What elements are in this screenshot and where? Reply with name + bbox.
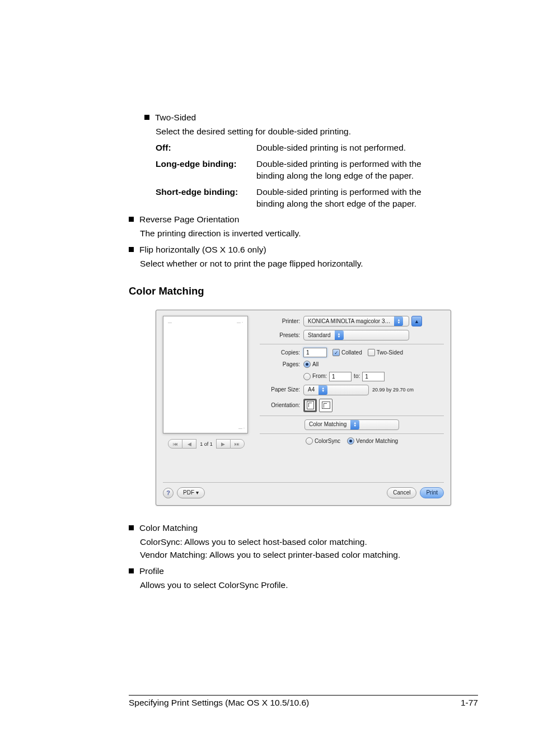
- bullet-desc: The printing direction is inverted verti…: [140, 228, 478, 240]
- orientation-label: Orientation:: [260, 402, 300, 409]
- footer-title: Specifying Print Settings (Mac OS X 10.5…: [129, 698, 309, 708]
- square-bullet-icon: [129, 247, 134, 252]
- pages-all-radio[interactable]: [303, 361, 311, 368]
- chevron-updown-icon: ▲▼: [350, 420, 359, 430]
- checkmark-icon: ✓: [332, 349, 340, 356]
- square-bullet-icon: [129, 525, 134, 530]
- page-preview: —— · — · ⏮ ◀ 1 of 1 ▶ ⏭: [163, 316, 250, 449]
- from-input[interactable]: [329, 372, 352, 381]
- collapse-button[interactable]: ▲: [411, 316, 422, 326]
- paper-size-select[interactable]: A4 ▲▼: [303, 385, 369, 395]
- bullet-reverse: Reverse Page Orientation: [129, 214, 478, 226]
- to-input[interactable]: [362, 372, 385, 381]
- page-footer: Specifying Print Settings (Mac OS X 10.5…: [129, 695, 478, 708]
- bullet-profile: Profile: [129, 566, 478, 577]
- pdf-menu-button[interactable]: PDF ▾: [177, 487, 205, 498]
- presets-select[interactable]: Standard ▲▼: [303, 330, 409, 340]
- section-select[interactable]: Color Matching ▲▼: [305, 419, 399, 430]
- copies-label: Copies:: [260, 349, 300, 357]
- first-page-button[interactable]: ⏮: [168, 439, 182, 449]
- bullet-desc: Allows you to select ColorSync Profile.: [140, 580, 478, 591]
- bullet-desc: Vendor Matching: Allows you to select pr…: [140, 549, 478, 561]
- page-counter: 1 of 1: [200, 441, 213, 447]
- opt-short-edge: Short-edge binding: Double-sided printin…: [156, 186, 424, 210]
- print-button[interactable]: Print: [420, 487, 444, 498]
- cancel-button[interactable]: Cancel: [387, 487, 416, 498]
- opt-long-edge: Long-edge binding: Double-sided printing…: [156, 158, 424, 182]
- copies-input[interactable]: [303, 348, 327, 357]
- help-button[interactable]: ?: [163, 488, 174, 498]
- print-dialog: —— · — · ⏮ ◀ 1 of 1 ▶ ⏭ Printer:: [156, 310, 451, 506]
- bullet-flip: Flip horizontally (OS X 10.6 only): [129, 244, 478, 256]
- bullet-color-matching: Color Matching: [129, 522, 478, 534]
- paper-size-label: Paper Size:: [260, 386, 300, 394]
- colorsync-radio[interactable]: [306, 437, 313, 445]
- bullet-desc: Select whether or not to print the page …: [140, 258, 478, 270]
- printer-select[interactable]: KONICA MINOLTA magicolor 3… ▲▼: [303, 316, 409, 326]
- chevron-updown-icon: ▲▼: [394, 316, 403, 326]
- preview-pager: ⏮ ◀ 1 of 1 ▶ ⏭: [163, 439, 250, 449]
- opt-off: Off: Double-sided printing is not perfor…: [156, 142, 424, 154]
- presets-label: Presets:: [260, 332, 300, 339]
- two-sided-checkbox[interactable]: Two-Sided: [368, 349, 403, 357]
- last-page-button[interactable]: ⏭: [230, 439, 245, 449]
- chevron-updown-icon: ▲▼: [318, 385, 327, 395]
- chevron-updown-icon: ▲▼: [335, 330, 344, 340]
- collated-checkbox[interactable]: ✓Collated: [332, 349, 362, 357]
- landscape-icon: [322, 402, 330, 409]
- pages-from-radio[interactable]: [303, 373, 311, 380]
- bullet-title: Two-Sided: [155, 113, 196, 122]
- vendor-matching-radio[interactable]: [347, 437, 354, 445]
- paper-dimensions: 20.99 by 29.70 cm: [372, 386, 414, 393]
- square-bullet-icon: [144, 115, 149, 120]
- bullet-desc: ColorSync: Allows you to select host-bas…: [140, 536, 478, 548]
- pages-label: Pages:: [260, 361, 300, 368]
- orientation-portrait[interactable]: [303, 399, 317, 412]
- portrait-icon: [307, 401, 314, 409]
- section-heading: Color Matching: [129, 284, 478, 298]
- printer-label: Printer:: [260, 318, 300, 325]
- square-bullet-icon: [129, 217, 134, 222]
- orientation-landscape[interactable]: [319, 399, 332, 412]
- page-number: 1-77: [461, 698, 478, 708]
- bullet-two-sided: Two-Sided: [144, 112, 478, 124]
- bullet-desc: Select the desired setting for double-si…: [156, 126, 478, 138]
- next-page-button[interactable]: ▶: [216, 439, 230, 449]
- prev-page-button[interactable]: ◀: [182, 439, 196, 449]
- square-bullet-icon: [129, 568, 134, 573]
